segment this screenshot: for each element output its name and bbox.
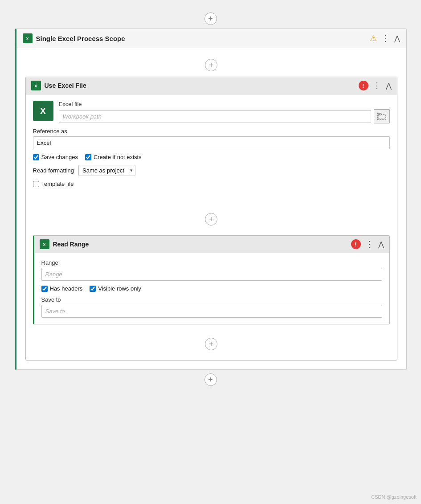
use-excel-error-icon: ! bbox=[359, 81, 368, 90]
workbook-input-wrap bbox=[59, 110, 371, 123]
save-changes-label: Save changes bbox=[41, 154, 78, 160]
read-formatting-select-wrap: Same as project Always Never bbox=[78, 165, 135, 176]
read-range-checkboxes-row: Has headers Visible rows only bbox=[41, 285, 382, 292]
read-range-excel-icon: x bbox=[40, 239, 49, 249]
use-excel-collapse-icon[interactable]: ⋀ bbox=[386, 82, 392, 90]
plus-icon-bottom: + bbox=[208, 375, 213, 385]
read-range-collapse-icon[interactable]: ⋀ bbox=[378, 240, 384, 249]
use-excel-dots-icon[interactable]: ⋮ bbox=[373, 81, 381, 90]
create-if-not-exists-checkbox[interactable] bbox=[85, 154, 91, 160]
scope-icons: ⚠ ⋮ ⋀ bbox=[370, 33, 400, 43]
big-excel-icon: X bbox=[33, 101, 53, 121]
inner-plus-2-wrap: + bbox=[33, 209, 390, 229]
file-browse-button[interactable] bbox=[374, 109, 390, 123]
create-if-not-exists-label: Create if not exists bbox=[94, 154, 142, 160]
read-range-error-icon: ! bbox=[351, 239, 361, 249]
read-formatting-select[interactable]: Same as project Always Never bbox=[78, 165, 135, 176]
plus-icon: + bbox=[208, 14, 213, 24]
scope-body: + x Use Excel File ! ⋮ ⋀ bbox=[16, 48, 406, 369]
scope-dots-icon[interactable]: ⋮ bbox=[381, 33, 390, 43]
scope-warning-icon: ⚠ bbox=[370, 33, 377, 43]
formatting-row: Read formatting Same as project Always N… bbox=[33, 165, 390, 176]
scope-title: Single Excel Process Scope bbox=[36, 35, 366, 42]
bottom-plus-button[interactable]: + bbox=[204, 373, 217, 386]
spacer bbox=[33, 192, 390, 205]
plus-icon-2: + bbox=[209, 215, 214, 224]
has-headers-checkbox[interactable] bbox=[41, 286, 48, 292]
top-plus-button[interactable]: + bbox=[204, 12, 217, 25]
use-excel-header: x Use Excel File ! ⋮ ⋀ bbox=[26, 77, 397, 94]
inner-plus-3-wrap: + bbox=[33, 334, 390, 354]
use-excel-title: Use Excel File bbox=[45, 82, 355, 89]
range-label: Range bbox=[41, 259, 382, 266]
save-to-input[interactable] bbox=[41, 305, 382, 318]
inner-plus-button-2[interactable]: + bbox=[205, 213, 217, 225]
scope-collapse-icon[interactable]: ⋀ bbox=[394, 34, 400, 43]
use-excel-body: X Excel file bbox=[26, 94, 397, 360]
reference-as-input[interactable] bbox=[33, 136, 390, 149]
plus-icon-1: + bbox=[209, 61, 214, 70]
read-range-header: x Read Range ! ⋮ ⋀ bbox=[34, 236, 389, 253]
save-changes-checkbox-item[interactable]: Save changes bbox=[33, 154, 78, 160]
range-section: Range bbox=[41, 259, 382, 281]
read-range-dots-icon[interactable]: ⋮ bbox=[365, 239, 374, 249]
reference-as-label: Reference as bbox=[33, 128, 390, 135]
range-input[interactable] bbox=[41, 268, 382, 281]
create-if-not-exists-checkbox-item[interactable]: Create if not exists bbox=[85, 154, 142, 160]
save-to-section: Save to bbox=[41, 296, 382, 318]
template-file-label: Template file bbox=[41, 180, 74, 187]
workbook-path-input[interactable] bbox=[59, 110, 371, 123]
inner-plus-button-3[interactable]: + bbox=[205, 338, 217, 350]
template-file-checkbox[interactable] bbox=[33, 181, 39, 187]
has-headers-checkbox-item[interactable]: Has headers bbox=[41, 285, 83, 292]
reference-as-section: Reference as bbox=[33, 128, 390, 149]
use-excel-icon: x bbox=[31, 81, 41, 90]
plus-icon-3: + bbox=[209, 340, 214, 349]
watermark: CSDN @gzpingesoft bbox=[371, 494, 417, 500]
read-range-body: Range Has headers bbox=[34, 253, 389, 324]
workbook-row bbox=[59, 109, 390, 123]
visible-rows-checkbox-item[interactable]: Visible rows only bbox=[90, 285, 141, 292]
template-file-checkbox-item[interactable]: Template file bbox=[33, 180, 390, 187]
save-changes-checkbox[interactable] bbox=[33, 154, 39, 160]
excel-file-label: Excel file bbox=[59, 101, 390, 107]
has-headers-label: Has headers bbox=[50, 285, 83, 292]
visible-rows-label: Visible rows only bbox=[98, 285, 141, 292]
scope-header: x Single Excel Process Scope ⚠ ⋮ ⋀ bbox=[16, 29, 406, 48]
excel-file-section: X Excel file bbox=[33, 101, 390, 123]
excel-file-fields: Excel file bbox=[59, 101, 390, 123]
template-file-section: Template file bbox=[33, 180, 390, 187]
inner-plus-button-1[interactable]: + bbox=[205, 59, 217, 71]
use-excel-card: x Use Excel File ! ⋮ ⋀ X Excel file bbox=[25, 77, 397, 361]
read-formatting-label: Read formatting bbox=[33, 167, 74, 174]
visible-rows-checkbox[interactable] bbox=[90, 286, 96, 292]
read-range-card: x Read Range ! ⋮ ⋀ R bbox=[33, 235, 390, 324]
file-browse-icon bbox=[377, 113, 386, 120]
scope-block: x Single Excel Process Scope ⚠ ⋮ ⋀ + x U bbox=[15, 29, 407, 370]
scope-excel-icon: x bbox=[23, 33, 33, 43]
read-range-title: Read Range bbox=[53, 241, 347, 248]
checkboxes-row: Save changes Create if not exists bbox=[33, 154, 390, 160]
save-to-label: Save to bbox=[41, 296, 382, 303]
